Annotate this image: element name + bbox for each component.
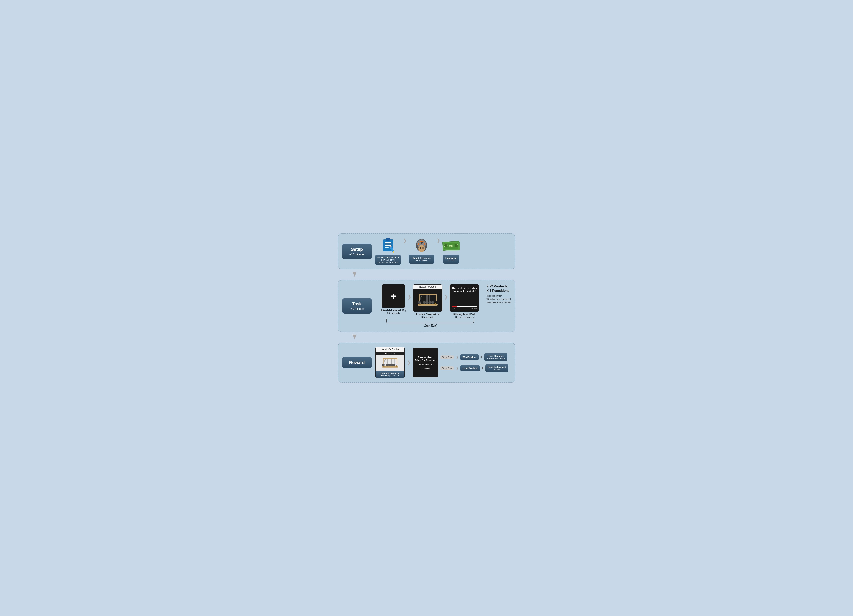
- iti-label: Inter-Trial Interval (ITI) 1-2 seconds: [381, 309, 406, 315]
- task-subtitle: ~40 minutes: [346, 307, 368, 310]
- branches: Bid > Price ❯ Win Product + Keep Change …: [440, 353, 511, 372]
- clipboard-icon-area: [381, 238, 395, 254]
- reward-newtons-cradle-icon: [380, 357, 400, 370]
- keep-change-box: Keep Change =Endowment - Price: [484, 353, 507, 361]
- bdm-sub: Up to 15 seconds: [455, 316, 474, 319]
- svg-text:50: 50: [449, 244, 453, 248]
- svg-point-14: [420, 241, 421, 242]
- slider-min: 0 NIS: [452, 307, 457, 309]
- svg-point-24: [444, 244, 448, 247]
- svg-point-15: [422, 241, 423, 242]
- bdm-slider: 0 NIS 50 NIS: [452, 306, 477, 309]
- svg-rect-3: [385, 244, 392, 244]
- setup-step-instructions: Instructions: Think of the value of the …: [375, 238, 401, 265]
- setup-step-endowment: 50 Endowment50 NIS: [442, 238, 460, 263]
- svg-marker-26: [352, 272, 357, 277]
- task-panel: Task ~40 minutes + Inter-Trial Interval …: [338, 280, 515, 332]
- bid-less-arrow: ❯: [456, 366, 458, 370]
- svg-rect-49: [383, 358, 397, 359]
- svg-point-57: [382, 364, 384, 366]
- reward-product-footer: One Trial Chosen at Random (out of 216): [376, 371, 404, 378]
- svg-rect-50: [383, 358, 383, 364]
- svg-rect-32: [434, 303, 436, 305]
- rep-line2-text: X 3 Repetitions: [487, 289, 511, 293]
- reward-content: Newton's Cradle Bid: -- NIS: [375, 347, 511, 378]
- svg-point-41: [426, 301, 428, 304]
- svg-rect-28: [419, 294, 420, 301]
- svg-point-60: [386, 364, 389, 366]
- svg-point-16: [421, 241, 422, 242]
- eeg-text: Mount 8-Electrode EEG Device: [411, 257, 433, 262]
- plus-2: +: [481, 366, 484, 370]
- plus-1: +: [480, 355, 483, 359]
- product-card-body: [413, 289, 442, 312]
- product-sub: 3.5 seconds: [421, 316, 434, 319]
- iti-card: +: [382, 284, 405, 308]
- rep-line1-text: X 72 Products: [487, 284, 511, 289]
- setup-panel: Setup ~10 minutes: [338, 233, 515, 269]
- svg-line-55: [383, 359, 385, 365]
- keep-endowment-box: Keep Endowment50 NIS: [486, 364, 508, 372]
- setup-step-eeg: Mount 8-Electrode EEG Device: [409, 238, 434, 263]
- eeg-icon: [415, 238, 428, 254]
- arrow-3: ❯: [407, 294, 411, 300]
- down-arrow-1: [352, 272, 358, 278]
- reward-product-header: Newton's Cradle: [376, 347, 404, 352]
- bdm-step: How much are you willing to pay for this…: [449, 284, 479, 319]
- money-icon: 50: [442, 240, 460, 251]
- one-trial-brace: [386, 319, 474, 323]
- slider-fill: [452, 306, 457, 307]
- task-title: Task: [346, 301, 368, 307]
- setup-label: Setup ~10 minutes: [342, 244, 372, 259]
- bdm-question: How much are you willing to pay for this…: [452, 287, 477, 293]
- svg-point-69: [393, 364, 395, 366]
- reward-label: Reward: [342, 357, 372, 368]
- svg-point-19: [422, 247, 423, 249]
- between-arrow-1: [338, 272, 515, 278]
- reward-product-card: Newton's Cradle Bid: -- NIS: [375, 347, 405, 378]
- svg-rect-4: [385, 245, 392, 246]
- rep-line1: X 72 Products X 3 Repetitions: [487, 284, 511, 293]
- bid-less-label: Bid < Price: [440, 366, 454, 370]
- svg-rect-51: [396, 358, 397, 364]
- instructions-text: Instructions: Think of the value of the …: [377, 256, 399, 263]
- slider-track: [452, 306, 477, 307]
- arrow-4: ❯: [444, 294, 448, 300]
- task-content: + Inter-Trial Interval (ITI) 1-2 seconds…: [375, 284, 511, 328]
- between-arrow-2: [338, 334, 515, 340]
- slider-labels: 0 NIS 50 NIS: [452, 307, 477, 309]
- endowment-text: Endowment50 NIS: [445, 257, 457, 262]
- random-price-sub: Random Price: [419, 363, 433, 366]
- svg-rect-5: [385, 247, 389, 248]
- slider-max: 50 NIS: [471, 307, 477, 309]
- product-card-header: Newton's Cradle: [413, 285, 442, 289]
- setup-title: Setup: [346, 247, 368, 252]
- setup-subtitle: ~10 minutes: [346, 253, 368, 256]
- iti-sub: 1-2 seconds: [387, 312, 400, 315]
- clipboard-icon: [381, 238, 395, 254]
- svg-point-11: [420, 242, 423, 244]
- down-arrow-2: [352, 334, 358, 340]
- svg-line-33: [419, 295, 421, 302]
- svg-rect-29: [436, 294, 437, 301]
- arrow-1: ❯: [403, 238, 407, 243]
- reward-panel: Reward Newton's Cradle Bid: -- NIS: [338, 342, 515, 383]
- main-container: Setup ~10 minutes: [338, 233, 515, 383]
- product-label: Product Observation 3.5 seconds: [416, 313, 440, 319]
- svg-line-34: [419, 295, 422, 302]
- svg-point-18: [420, 247, 421, 249]
- reward-bid-bar: Bid: -- NIS: [376, 352, 404, 356]
- svg-point-47: [431, 301, 434, 304]
- bdm-label: Bidding Task (BDM) Up to 15 seconds: [453, 313, 475, 319]
- svg-line-56: [383, 359, 386, 365]
- svg-point-63: [389, 364, 391, 366]
- arrow-5: ❯: [407, 360, 411, 365]
- svg-point-12: [418, 244, 419, 245]
- branch-bid-less: Bid < Price ❯ Lose Product + Keep Endowm…: [440, 364, 511, 372]
- repetitions-box: X 72 Products X 3 Repetitions *Random Or…: [487, 284, 511, 304]
- iti-step: + Inter-Trial Interval (ITI) 1-2 seconds: [381, 284, 406, 315]
- svg-point-25: [455, 244, 458, 247]
- setup-content: Instructions: Think of the value of the …: [375, 238, 511, 265]
- lose-product-box: Lose Product: [460, 365, 480, 371]
- svg-point-13: [424, 244, 425, 245]
